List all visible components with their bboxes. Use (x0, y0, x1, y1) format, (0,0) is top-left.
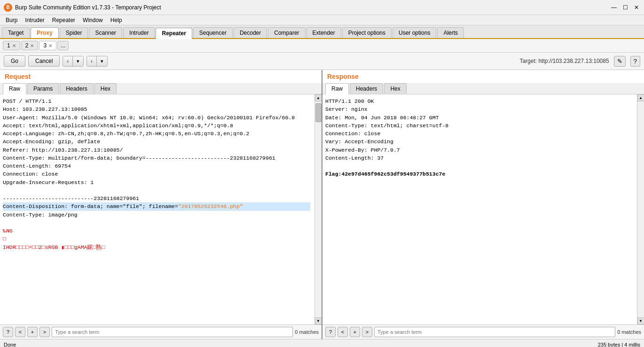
line-item (3, 219, 310, 227)
subtab-close-2[interactable]: ✕ (30, 43, 34, 48)
request-search-input[interactable] (52, 327, 293, 337)
request-content[interactable]: POST / HTTP/1.1 Host: 103.238.227.13:100… (0, 94, 322, 324)
response-content[interactable]: HTTP/1.1 200 OK Server: nginx Date: Mon,… (322, 94, 644, 324)
line-item: POST / HTTP/1.1 (3, 97, 310, 105)
top-tab-bar: Target Proxy Spider Scanner Intruder Rep… (0, 25, 644, 39)
tab-comparer[interactable]: Comparer (268, 27, 305, 38)
line-item: Content-Type: multipart/form-data; bound… (3, 154, 310, 162)
menu-burp[interactable]: Burp (2, 16, 21, 24)
back-nav-group: ‹ ▾ (63, 56, 84, 67)
menu-intruder[interactable]: Intruder (21, 16, 48, 24)
subtab-1[interactable]: 1 ✕ (3, 41, 20, 50)
line-item (325, 162, 633, 170)
line-item: Referer: http://103.238.227.13:10085/ (3, 146, 310, 154)
subtab-close-1[interactable]: ✕ (12, 43, 16, 48)
response-tab-headers[interactable]: Headers (350, 83, 383, 94)
subtab-more[interactable]: ... (57, 41, 69, 50)
line-item-red3: IHDR□□□□=□□2□sRGB ▮□□□gAMA妮□熟□ (3, 243, 310, 251)
response-search-add[interactable]: + (350, 327, 360, 337)
tab-target[interactable]: Target (2, 27, 30, 38)
line-item-flag: Flag:42e97d465f962c53df9549377b513c7e (325, 170, 633, 178)
tab-intruder[interactable]: Intruder (123, 27, 155, 38)
request-text: POST / HTTP/1.1 Host: 103.238.227.13:100… (3, 97, 319, 251)
menu-help[interactable]: Help (107, 16, 126, 24)
menu-window[interactable]: Window (79, 16, 107, 24)
tab-spider[interactable]: Spider (60, 27, 88, 38)
request-tabs: Raw Params Headers Hex (0, 83, 322, 94)
request-tab-raw[interactable]: Raw (3, 83, 26, 94)
response-scrollbar[interactable]: ▲ ▼ (637, 94, 644, 324)
tab-repeater[interactable]: Repeater (156, 28, 192, 39)
response-search-prev[interactable]: < (338, 327, 348, 337)
line-item: Vary: Accept-Encoding (325, 138, 633, 146)
response-search-next[interactable]: > (362, 327, 372, 337)
edit-target-button[interactable]: ✎ (614, 56, 626, 67)
request-search-next[interactable]: > (39, 327, 50, 337)
resp-scroll-down[interactable]: ▼ (637, 317, 644, 324)
request-tab-params[interactable]: Params (27, 83, 59, 94)
menu-repeater[interactable]: Repeater (48, 16, 79, 24)
line-item: HTTP/1.1 200 OK (325, 97, 633, 105)
line-item: Server: nginx (325, 105, 633, 113)
menu-bar: Burp Intruder Repeater Window Help (0, 15, 644, 25)
response-search-bar: ? < + > 0 matches (322, 324, 644, 339)
tab-proxy[interactable]: Proxy (31, 27, 58, 38)
main-content: Request Raw Params Headers Hex POST / HT… (0, 70, 644, 339)
cancel-button[interactable]: Cancel (28, 55, 60, 67)
response-tabs: Raw Headers Hex (322, 83, 644, 94)
window-controls[interactable]: — ☐ ✕ (610, 4, 640, 11)
scroll-up-arrow[interactable]: ▲ (315, 94, 322, 101)
line-item: Accept: text/html,application/xhtml+xml,… (3, 122, 310, 130)
close-button[interactable]: ✕ (633, 4, 640, 11)
request-match-count: 0 matches (295, 329, 319, 335)
response-tab-raw[interactable]: Raw (325, 83, 349, 94)
line-item: ----------------------------232811682799… (3, 194, 310, 202)
response-panel: Response Raw Headers Hex HTTP/1.1 200 OK… (322, 70, 644, 339)
help-button[interactable]: ? (630, 56, 640, 67)
request-search-add[interactable]: + (27, 327, 38, 337)
response-tab-hex[interactable]: Hex (384, 83, 406, 94)
line-item: Connection: close (3, 170, 310, 178)
forward-button[interactable]: › (87, 56, 97, 66)
request-title: Request (0, 70, 322, 83)
response-search-input[interactable] (374, 327, 615, 337)
maximize-button[interactable]: ☐ (621, 4, 629, 11)
fwd-dropdown-button[interactable]: ▾ (97, 56, 107, 66)
resp-scroll-up[interactable]: ▲ (637, 94, 644, 101)
tab-project-options[interactable]: Project options (342, 27, 392, 38)
line-item-red2: □ (3, 235, 310, 243)
back-dropdown-button[interactable]: ▾ (73, 56, 83, 66)
subtab-3[interactable]: 3 ✕ (39, 41, 56, 50)
request-tab-headers[interactable]: Headers (60, 83, 93, 94)
response-search-help[interactable]: ? (325, 327, 336, 337)
status-right: 235 bytes | 4 millis (598, 342, 640, 347)
line-item: User-Agent: Mozilla/5.0 (Windows NT 10.0… (3, 114, 310, 122)
request-search-prev[interactable]: < (15, 327, 25, 337)
back-button[interactable]: ‹ (63, 56, 73, 66)
tab-alerts[interactable]: Alerts (437, 27, 464, 38)
line-item-highlighted: Content-Disposition: form-data; name="fi… (3, 202, 310, 210)
go-button[interactable]: Go (4, 55, 25, 67)
tab-sequencer[interactable]: Sequencer (193, 27, 233, 38)
tab-user-options[interactable]: User options (393, 27, 436, 38)
tab-decoder[interactable]: Decoder (234, 27, 267, 38)
request-tab-hex[interactable]: Hex (94, 83, 117, 94)
line-item: Host: 103.238.227.13:10085 (3, 105, 310, 113)
status-left: Done (4, 342, 16, 347)
scroll-down-arrow[interactable]: ▼ (315, 317, 322, 324)
tab-scanner[interactable]: Scanner (89, 27, 122, 38)
tab-extender[interactable]: Extender (306, 27, 341, 38)
line-item (3, 186, 310, 194)
minimize-button[interactable]: — (610, 4, 618, 11)
request-search-help[interactable]: ? (3, 327, 13, 337)
scroll-thumb[interactable] (315, 103, 322, 122)
line-item: Connection: close (325, 130, 633, 138)
subtab-2[interactable]: 2 ✕ (21, 41, 39, 50)
line-item: Content-Length: 69754 (3, 162, 310, 170)
subtab-close-3[interactable]: ✕ (48, 43, 52, 48)
request-scrollbar[interactable]: ▲ ▼ (314, 94, 322, 324)
response-title: Response (322, 70, 644, 83)
line-item: Content-Length: 37 (325, 154, 633, 162)
target-label: Target: http://103.238.227.13:10085 (519, 58, 609, 64)
request-search-bar: ? < + > 0 matches (0, 324, 322, 339)
